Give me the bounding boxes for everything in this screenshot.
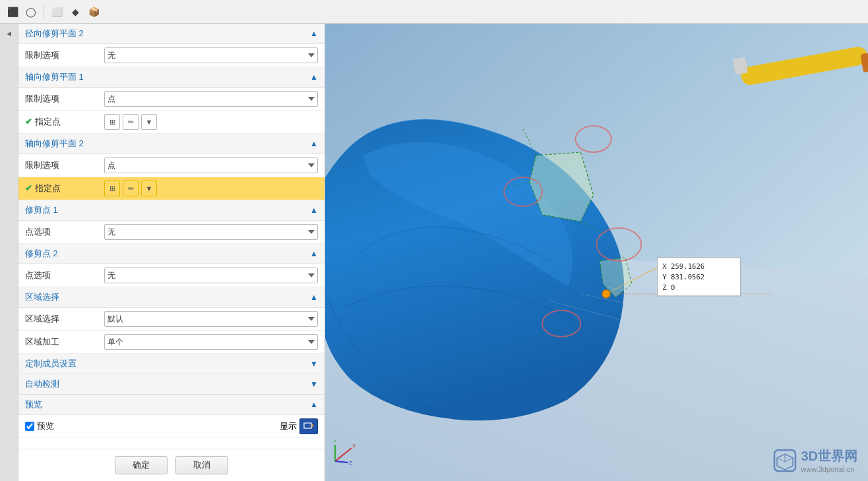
trim-point-2-option-label: 点选项 (25, 269, 104, 281)
radial-trim-2-limit-label: 限制选项 (25, 49, 104, 61)
svg-line-12 (504, 182, 530, 188)
bottom-buttons: 确定 取消 (18, 449, 325, 481)
axial-trim-1-limit-control: 无点曲线 (104, 91, 318, 107)
axial-trim-1-dropdown-btn[interactable]: ▼ (141, 114, 157, 130)
toolbar-icon-2[interactable]: ◯ (24, 5, 38, 19)
region-select-select[interactable]: 默认自定义 (104, 311, 318, 327)
section-custom-member[interactable]: 定制成员设置 ▼ (18, 354, 325, 374)
section-axial-trim-1[interactable]: 轴向修剪平面 1 ▲ (18, 67, 325, 88)
trim-point-1-option-row: 点选项 无点 (18, 221, 325, 244)
svg-text:Y  831.0562: Y 831.0562 (662, 273, 704, 281)
svg-text:Y: Y (333, 438, 337, 444)
axial-trim-1-pencil-btn[interactable]: ✏ (123, 114, 139, 130)
watermark-url: www.3dportal.cn (801, 465, 857, 473)
axial-trim-1-point-control: ⊞ ✏ ▼ (104, 114, 318, 130)
section-preview[interactable]: 预览 ▲ (18, 395, 325, 415)
axial-trim-1-point-btn[interactable]: ⊞ (104, 114, 120, 130)
axial-trim-2-point-control: ⊞ ✏ ▼ (104, 181, 318, 196)
axial-trim-1-point-row: ✔指定点 ⊞ ✏ ▼ (18, 111, 325, 134)
trim-point-2-option-select[interactable]: 无点 (104, 268, 318, 283)
radial-trim-2-limit-select[interactable]: 无点曲线 (104, 47, 318, 63)
section-region-select[interactable]: 区域选择 ▲ (18, 287, 325, 308)
section-trim-point-1-icon: ▲ (310, 206, 318, 215)
watermark: 3D世界网 www.3dportal.cn (773, 447, 857, 473)
radial-trim-2-limit-row: 限制选项 无点曲线 (18, 44, 325, 67)
display-icon-btn[interactable] (299, 418, 318, 434)
trim-point-1-option-control: 无点 (104, 224, 318, 240)
preview-checkbox[interactable] (25, 422, 34, 431)
section-axial-trim-1-title: 轴向修剪平面 1 (25, 71, 84, 83)
svg-point-16 (597, 228, 642, 261)
axial-trim-1-limit-label: 限制选项 (25, 93, 104, 105)
left-panel: 径向修剪平面 2 ▲ 限制选项 无点曲线 轴向修剪平面 1 ▲ 限制选项 (18, 24, 325, 481)
axial-trim-1-limit-row: 限制选项 无点曲线 (18, 88, 325, 111)
preview-row: 预览 显示 (18, 415, 325, 438)
section-custom-member-title: 定制成员设置 (25, 358, 77, 370)
svg-rect-0 (304, 423, 311, 428)
display-label: 显示 (280, 420, 297, 432)
axial-trim-2-point-label: ✔指定点 (25, 183, 104, 194)
toolbar-icon-1[interactable]: ⬛ (5, 5, 20, 19)
section-preview-icon: ▲ (310, 400, 318, 409)
preview-checkbox-label[interactable]: 预览 (25, 420, 54, 432)
svg-text:X  259.1626: X 259.1626 (662, 262, 704, 271)
watermark-text-block: 3D世界网 www.3dportal.cn (801, 447, 857, 473)
region-process-label: 区域加工 (25, 336, 104, 348)
section-auto-detect[interactable]: 自动检测 ▼ (18, 374, 325, 395)
main-area: ◀ 径向修剪平面 2 ▲ 限制选项 无点曲线 轴向修剪平面 1 ▲ (0, 24, 868, 481)
section-auto-detect-icon: ▼ (310, 380, 318, 389)
svg-point-17 (542, 310, 580, 337)
watermark-brand: 3D世界网 (801, 447, 857, 465)
axial-trim-2-pencil-btn[interactable]: ✏ (123, 181, 139, 196)
axial-trim-1-limit-select[interactable]: 无点曲线 (104, 91, 318, 107)
axial-trim-2-limit-control: 无点曲线 (104, 157, 318, 173)
trim-point-1-option-select[interactable]: 无点 (104, 224, 318, 240)
svg-line-5 (549, 300, 868, 386)
svg-point-14 (504, 177, 542, 206)
region-process-select[interactable]: 单个多个 (104, 334, 318, 350)
svg-line-25 (335, 448, 352, 461)
svg-line-29 (335, 461, 348, 463)
axial-trim-2-check-icon: ✔ (25, 183, 32, 193)
section-preview-title: 预览 (25, 399, 42, 410)
svg-line-35 (777, 458, 785, 462)
toolbar-icon-5[interactable]: 📦 (86, 5, 101, 19)
section-trim-point-2-title: 修剪点 2 (25, 248, 58, 260)
svg-line-8 (606, 268, 657, 294)
section-axial-trim-2[interactable]: 轴向修剪平面 2 ▲ (18, 134, 325, 154)
trim-point-1-option-label: 点选项 (25, 226, 104, 238)
svg-rect-19 (860, 49, 868, 72)
svg-line-34 (785, 458, 793, 462)
svg-rect-21 (657, 258, 740, 296)
axial-trim-2-limit-select[interactable]: 无点曲线 (104, 157, 318, 173)
axial-trim-2-limit-row: 限制选项 无点曲线 (18, 154, 325, 177)
axial-trim-2-dropdown-btn[interactable]: ▼ (141, 181, 157, 196)
section-custom-member-icon: ▼ (310, 359, 318, 368)
confirm-button[interactable]: 确定 (115, 456, 168, 474)
axial-trim-1-point-label: ✔指定点 (25, 116, 104, 128)
section-radial-trim-2-title: 径向修剪平面 2 (25, 28, 84, 40)
svg-text:Z  0: Z 0 (662, 283, 675, 292)
toolbar-icon-3[interactable]: ⬜ (49, 5, 64, 19)
svg-line-11 (523, 129, 536, 156)
axial-trim-2-point-row: ✔指定点 ⊞ ✏ ▼ (18, 177, 325, 200)
svg-rect-18 (739, 45, 868, 86)
section-axial-trim-1-icon: ▲ (310, 72, 318, 82)
section-trim-point-2[interactable]: 修剪点 2 ▲ (18, 244, 325, 264)
section-radial-trim-2[interactable]: 径向修剪平面 2 ▲ (18, 24, 325, 44)
toolbar-icon-4[interactable]: ◆ (68, 5, 82, 19)
section-axial-trim-2-title: 轴向修剪平面 2 (25, 138, 84, 150)
region-select-row: 区域选择 默认自定义 (18, 308, 325, 331)
axial-trim-2-point-btn[interactable]: ⊞ (104, 181, 120, 196)
svg-rect-20 (733, 57, 748, 74)
region-process-control: 单个多个 (104, 334, 318, 350)
section-region-select-title: 区域选择 (25, 291, 59, 303)
section-auto-detect-title: 自动检测 (25, 378, 59, 390)
viewport-scene: X 259.1626 Y 831.0562 Z 0 (325, 24, 868, 481)
section-trim-point-1[interactable]: 修剪点 1 ▲ (18, 200, 325, 221)
cancel-button[interactable]: 取消 (175, 456, 228, 474)
section-region-select-icon: ▲ (310, 293, 318, 302)
svg-point-7 (602, 290, 610, 298)
left-nav-strip: ◀ (0, 24, 18, 481)
nav-icon-1[interactable]: ◀ (2, 26, 16, 41)
